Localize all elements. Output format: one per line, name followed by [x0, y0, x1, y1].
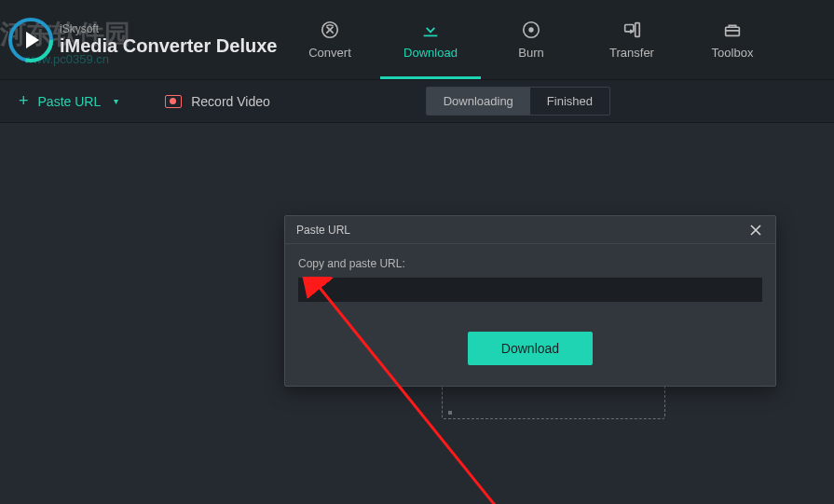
- url-input[interactable]: [298, 278, 762, 302]
- dialog-label: Copy and paste URL:: [298, 257, 762, 270]
- download-button[interactable]: Download: [468, 332, 593, 365]
- tab-convert[interactable]: Convert: [280, 0, 380, 79]
- paste-url-dialog: Paste URL Copy and paste URL: Download: [284, 215, 776, 387]
- segment-finished[interactable]: Finished: [530, 88, 609, 115]
- record-icon: [165, 95, 182, 108]
- svg-point-5: [529, 28, 533, 32]
- segment-downloading[interactable]: Downloading: [427, 88, 530, 115]
- tab-label: Download: [403, 46, 458, 60]
- svg-rect-7: [636, 23, 640, 37]
- svg-marker-2: [26, 32, 39, 48]
- brand-main: iMedia Converter Deluxe: [60, 35, 277, 57]
- paste-url-label: Paste URL: [38, 94, 102, 109]
- content-area: Paste URL Copy and paste URL: Download: [0, 123, 834, 504]
- brand-sub: iSkysoft: [60, 22, 277, 35]
- tab-label: Convert: [308, 46, 351, 60]
- toolbar: + Paste URL ▾ Record Video Downloading F…: [0, 80, 834, 123]
- tab-label: Transfer: [609, 46, 654, 60]
- tab-burn[interactable]: Burn: [481, 0, 581, 79]
- header: 河东软件园 www.pc0359.cn iSkysoft iMedia Conv…: [0, 0, 834, 80]
- tab-transfer[interactable]: Transfer: [581, 0, 682, 79]
- tabs: Convert Download Burn Transfer Toolbox: [280, 0, 834, 79]
- record-video-label: Record Video: [191, 94, 270, 109]
- tab-download[interactable]: Download: [380, 0, 481, 79]
- tab-toolbox[interactable]: Toolbox: [682, 0, 783, 79]
- paste-url-button[interactable]: + Paste URL ▾: [19, 91, 118, 111]
- brand: 河东软件园 www.pc0359.cn iSkysoft iMedia Conv…: [0, 17, 280, 63]
- dialog-title: Paste URL: [296, 224, 350, 237]
- svg-rect-8: [726, 27, 740, 35]
- plus-icon: +: [19, 91, 29, 111]
- tab-label: Burn: [518, 46, 543, 60]
- brand-logo-icon: [7, 17, 54, 63]
- tab-label: Toolbox: [712, 46, 754, 60]
- segment-control: Downloading Finished: [426, 87, 610, 116]
- record-video-button[interactable]: Record Video: [165, 94, 270, 109]
- chevron-down-icon: ▾: [114, 96, 118, 106]
- close-icon[interactable]: [747, 222, 764, 238]
